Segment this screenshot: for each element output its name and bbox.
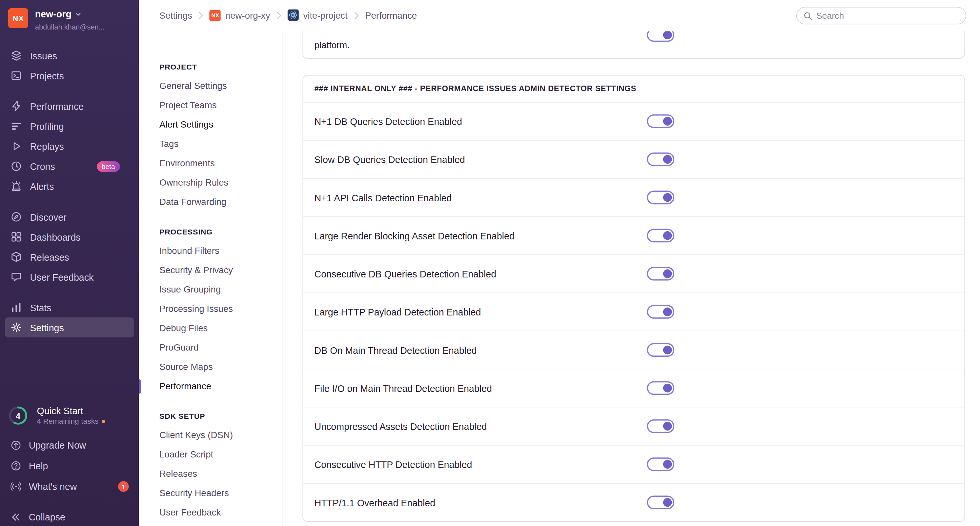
slow-db-queries-toggle[interactable] [647,153,675,166]
breadcrumb-settings[interactable]: Settings [159,11,192,20]
upgrade-now-button[interactable]: Upgrade Now [0,435,139,456]
settings-nav-client-keys[interactable]: Client Keys (DSN) [159,426,282,445]
releases-icon [10,251,22,263]
right-pane: Settings NX new-org-xy vite-project Perf… [139,0,980,526]
setting-row: File I/O on Main Thread Detection Enable… [303,369,964,407]
setting-row: N+1 DB Queries Detection Enabled [303,103,964,140]
performance-icon [10,100,22,113]
settings-nav-releases[interactable]: Releases [159,464,282,484]
settings-nav-security-headers[interactable]: Security Headers [159,484,282,503]
setting-label: N+1 DB Queries Detection Enabled [315,116,462,126]
setting-label: N+1 API Calls Detection Enabled [315,192,452,203]
breadcrumb-project[interactable]: vite-project [288,9,348,22]
settings-nav-ownership-rules[interactable]: Ownership Rules [159,173,282,192]
detector-settings-card: ### INTERNAL ONLY ### - PERFORMANCE ISSU… [302,75,965,522]
profiling-icon [10,120,22,132]
sidebar-item-discover[interactable]: Discover [5,207,134,227]
uncompressed-assets-toggle[interactable] [647,420,675,433]
setting-label: Slow DB Queries Detection Enabled [315,154,465,165]
sidebar-item-profiling[interactable]: Profiling [5,116,134,136]
setting-label: File I/O on Main Thread Detection Enable… [315,383,492,393]
sidebar-item-user-feedback[interactable]: User Feedback [5,267,134,287]
breadcrumb: Settings NX new-org-xy vite-project Perf… [159,9,417,22]
discover-icon [10,211,22,223]
sidebar-item-replays[interactable]: Replays [5,136,134,156]
setting-label: DB On Main Thread Detection Enabled [315,345,477,355]
http11-overhead-toggle[interactable] [647,496,675,509]
setting-row: Large HTTP Payload Detection Enabled [303,292,964,331]
sidebar-item-label: Crons [30,161,55,172]
sidebar-item-label: Profiling [30,121,64,132]
settings-nav-section-title: PROJECT [159,61,282,73]
breadcrumb-chevron-icon [199,10,204,22]
sidebar-item-crons[interactable]: Crons beta [5,156,134,176]
settings-nav-debug-files[interactable]: Debug Files [159,319,282,338]
org-name[interactable]: new-org [35,8,105,21]
whats-new-button[interactable]: What's new 1 [0,476,139,497]
large-http-payload-toggle[interactable] [647,305,675,319]
settings-icon [10,321,22,334]
sidebar-item-label: Performance [30,101,84,111]
n-plus-one-api-calls-toggle[interactable] [647,191,675,204]
replays-icon [10,140,22,153]
sidebar-item-label: Issues [30,50,57,61]
project-platform-icon [288,9,299,22]
setting-row: Consecutive DB Queries Detection Enabled [303,254,964,292]
settings-content: platform. ### INTERNAL ONLY ### - PERFOR… [282,0,980,526]
setting-row: Uncompressed Assets Detection Enabled [303,407,964,445]
card-title: ### INTERNAL ONLY ### - PERFORMANCE ISSU… [303,76,964,103]
settings-nav-loader-script[interactable]: Loader Script [159,445,282,464]
quick-start[interactable]: 4 Quick Start 4 Remaining tasks [0,405,139,426]
help-icon [10,460,21,471]
sidebar-item-label: Discover [30,211,66,222]
settings-nav-project-teams[interactable]: Project Teams [159,96,282,115]
collapse-button[interactable]: Collapse [0,507,139,526]
crons-icon [10,160,22,173]
settings-nav-issue-grouping[interactable]: Issue Grouping [159,280,282,299]
sidebar-item-alerts[interactable]: Alerts [5,176,134,196]
settings-nav-tags[interactable]: Tags [159,135,282,154]
file-io-main-thread-toggle[interactable] [647,381,675,395]
settings-nav-environments[interactable]: Environments [159,154,282,173]
stats-icon [10,301,22,313]
setting-label: Uncompressed Assets Detection Enabled [315,421,487,431]
settings-nav-source-maps[interactable]: Source Maps [159,358,282,377]
settings-nav-inbound-filters[interactable]: Inbound Filters [159,242,282,261]
consecutive-db-queries-toggle[interactable] [647,267,675,281]
consecutive-http-toggle[interactable] [647,458,675,471]
sidebar-item-releases[interactable]: Releases [5,247,134,267]
breadcrumb-chevron-icon [354,10,359,22]
breadcrumb-org[interactable]: NX new-org-xy [210,10,270,21]
large-render-blocking-asset-toggle[interactable] [647,229,675,242]
sidebar-item-label: Replays [30,141,64,151]
sidebar-item-dashboards[interactable]: Dashboards [5,227,134,247]
sidebar-item-projects[interactable]: Projects [5,65,134,86]
setting-row: Large Render Blocking Asset Detection En… [303,216,964,254]
sidebar-item-label: Dashboards [30,232,80,242]
settings-nav-user-feedback[interactable]: User Feedback [159,503,282,523]
sidebar-item-performance[interactable]: Performance [5,96,134,116]
search-box[interactable] [796,7,966,24]
settings-nav-data-forwarding[interactable]: Data Forwarding [159,192,282,212]
settings-nav-security-privacy[interactable]: Security & Privacy [159,261,282,280]
sidebar-item-issues[interactable]: Issues [5,46,134,65]
sidebar-item-label: Stats [30,302,51,313]
settings-nav-general-settings[interactable]: General Settings [159,76,282,95]
settings-nav-performance[interactable]: Performance [159,377,282,396]
pending-dot [102,420,105,423]
settings-nav-processing-issues[interactable]: Processing Issues [159,299,282,319]
settings-nav-alert-settings[interactable]: Alert Settings [159,115,282,135]
sidebar-item-settings[interactable]: Settings [5,318,134,337]
setting-row: Slow DB Queries Detection Enabled [303,140,964,178]
help-button[interactable]: Help [0,456,139,476]
sidebar-item-label: User Feedback [30,272,94,282]
whats-new-badge: 1 [118,481,129,491]
n-plus-one-db-queries-toggle[interactable] [647,114,675,128]
db-on-main-thread-toggle[interactable] [647,343,675,357]
sidebar-item-stats[interactable]: Stats [5,297,134,318]
dashboards-icon [10,230,22,243]
org-switcher[interactable]: NX new-org abdullah.khan@sen... [0,0,139,32]
search-input[interactable] [797,8,966,24]
settings-nav-proguard[interactable]: ProGuard [159,338,282,358]
alerts-icon [10,180,22,192]
